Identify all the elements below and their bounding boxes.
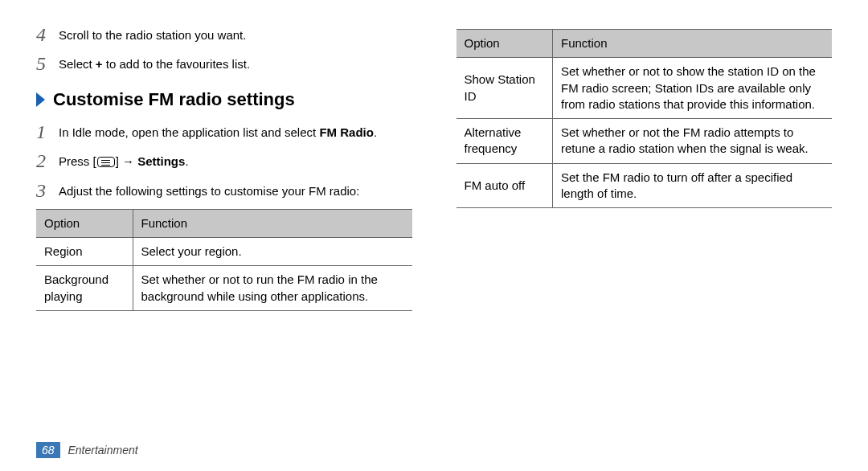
step-number: 1 (36, 121, 59, 142)
th-option: Option (36, 209, 133, 237)
th-option: Option (457, 30, 553, 58)
table-row: Background playing Set whether or not to… (36, 266, 412, 311)
step-text: Select + to add to the favourites list. (59, 53, 250, 72)
page-number: 68 (36, 442, 60, 458)
settings-table-left: Option Function Region Select your regio… (36, 209, 412, 311)
step-number: 5 (36, 53, 59, 74)
step-number: 2 (36, 150, 59, 171)
heading-title: Customise FM radio settings (53, 89, 295, 110)
content-columns: 4 Scroll to the radio station you want. … (36, 24, 832, 311)
table-row: Show Station ID Set whether or not to sh… (457, 58, 833, 119)
section-heading: Customise FM radio settings (36, 89, 412, 110)
step-number: 4 (36, 24, 59, 45)
step-text: Adjust the following settings to customi… (59, 180, 359, 199)
step-text: Press [] → Settings. (59, 150, 189, 170)
table-row: FM auto off Set the FM radio to turn off… (457, 163, 833, 208)
right-column: Option Function Show Station ID Set whet… (457, 24, 833, 311)
step-2: 2 Press [] → Settings. (36, 150, 412, 171)
left-column: 4 Scroll to the radio station you want. … (36, 24, 412, 311)
page-footer: 68 Entertainment (36, 444, 138, 457)
settings-table-right: Option Function Show Station ID Set whet… (457, 29, 833, 208)
th-function: Function (553, 30, 833, 58)
chevron-right-icon (36, 92, 45, 107)
table-row: Region Select your region. (36, 238, 412, 266)
step-text: In Idle mode, open the application list … (59, 121, 377, 141)
table-row: Alternative frequency Set whether or not… (457, 119, 833, 164)
step-number: 3 (36, 180, 59, 201)
section-name: Entertainment (68, 444, 137, 457)
step-3: 3 Adjust the following settings to custo… (36, 180, 412, 201)
th-function: Function (133, 209, 412, 237)
step-1: 1 In Idle mode, open the application lis… (36, 121, 412, 142)
menu-icon (97, 157, 115, 167)
step-5: 5 Select + to add to the favourites list… (36, 53, 412, 74)
step-4: 4 Scroll to the radio station you want. (36, 24, 412, 45)
step-text: Scroll to the radio station you want. (59, 24, 246, 43)
